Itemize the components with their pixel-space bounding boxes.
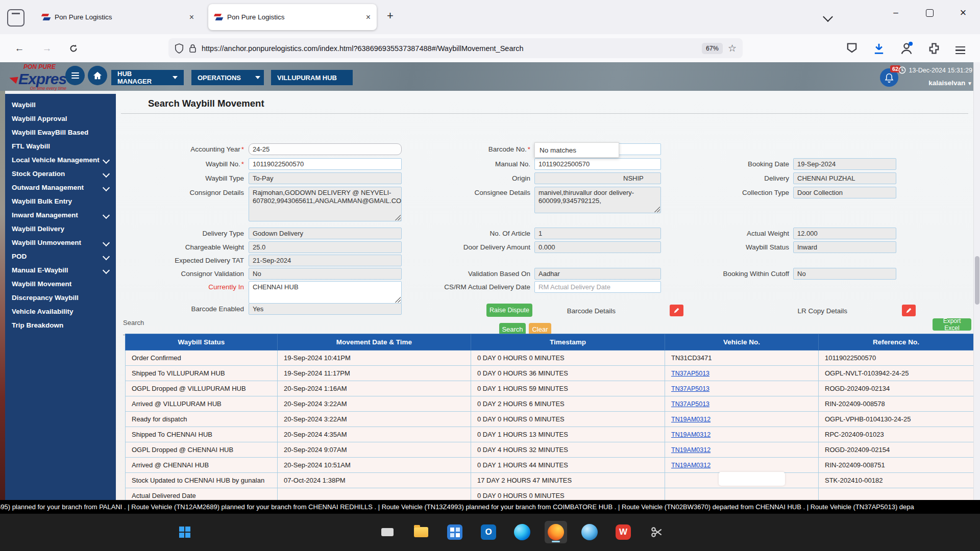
field-label: Consignor Details	[96, 187, 244, 198]
waybill-status-input	[793, 241, 896, 253]
user-menu[interactable]: kalaiselvan ▼	[928, 79, 972, 87]
new-tab-button[interactable]: +	[387, 9, 394, 22]
sidebar-item-discrepancy-waybill[interactable]: Discrepancy Waybill	[5, 291, 116, 305]
taskbar-app-firefox-active[interactable]	[545, 521, 567, 543]
window-close-button[interactable]: ×	[948, 0, 978, 26]
address-bar[interactable]: https://anchor.ponpurelogistics.com/inde…	[168, 38, 743, 58]
table-row: Arrived @ CHENNAI HUB20-Sep-2024 10:51AM…	[126, 458, 974, 473]
extensions-puzzle-icon[interactable]	[927, 41, 941, 56]
firefox-view-icon[interactable]	[7, 9, 24, 27]
barcode-details-edit-button[interactable]	[670, 305, 683, 316]
notifications-button[interactable]: 62	[880, 68, 898, 87]
vehicle-link[interactable]: TN37AP5013	[665, 396, 819, 412]
barcode-enabled-input	[249, 303, 402, 315]
window-minimize-button[interactable]: –	[881, 0, 911, 26]
field-label: Door Delivery Amount	[382, 241, 530, 253]
field-label: Waybill Status	[641, 241, 789, 253]
ponpure-logo: PON PURE Expres On time every time	[9, 63, 66, 91]
back-icon[interactable]: ←	[11, 40, 28, 57]
tab-close-icon[interactable]: ×	[366, 13, 371, 22]
browser-tab-inactive[interactable]: Pon Pure Logistics ×	[36, 4, 200, 30]
sidebar-item-waybill-approval[interactable]: Waybill Approval	[5, 112, 116, 126]
resize-grip[interactable]	[395, 214, 401, 220]
export-excel-button[interactable]: Export Excel	[933, 318, 971, 331]
bookmark-star-icon[interactable]: ☆	[728, 42, 737, 54]
collection-type-input	[793, 187, 896, 198]
taskbar-app-desktop[interactable]	[376, 521, 399, 543]
vehicle-link[interactable]: TN37AP5013	[665, 381, 819, 396]
lr-copy-details-edit-button[interactable]	[902, 305, 916, 316]
cs-rm-actual-delivery-date-input[interactable]	[534, 281, 661, 293]
taskbar-app-wps[interactable]: W	[612, 521, 634, 543]
shield-icon[interactable]	[175, 43, 184, 54]
window-maximize-button[interactable]	[915, 0, 944, 26]
list-tabs-chevron-icon[interactable]	[823, 12, 833, 22]
vehicle-link[interactable]: TN19AM0312	[665, 412, 819, 427]
sidebar-item-inward-management[interactable]: Inward Management	[5, 208, 116, 222]
url-text: https://anchor.ponpurelogistics.com/inde…	[202, 44, 697, 53]
taskbar-app-file-explorer[interactable]	[410, 521, 432, 543]
browser-tab-active[interactable]: Pon Pure Logistics ×	[208, 4, 377, 30]
resize-grip[interactable]	[395, 296, 401, 303]
taskbar-app-browser-blue[interactable]	[578, 521, 601, 543]
col-waybill-status: Waybill Status	[126, 334, 278, 350]
menu-icon[interactable]	[955, 44, 965, 56]
booking-date-input	[793, 158, 896, 170]
downloads-icon[interactable]	[872, 41, 886, 56]
scrollbar-artifact	[719, 472, 785, 486]
reload-icon[interactable]	[65, 40, 82, 57]
pocket-icon[interactable]	[845, 41, 859, 56]
scrollbar-thumb[interactable]	[975, 256, 979, 305]
vehicle-link[interactable]: TN19AM0312	[665, 458, 819, 473]
field-label: Origin	[382, 172, 530, 184]
sidebar-item-trip-breakdown[interactable]: Trip Breakdown	[5, 318, 116, 332]
lr-copy-details-label: LR Copy Details	[699, 305, 847, 317]
resize-grip[interactable]	[654, 206, 660, 212]
sidebar-item-waybill-ewaybill-based[interactable]: Waybill EwayBill Based	[5, 126, 116, 139]
chevron-down-icon	[103, 212, 110, 219]
consignor-details-textarea[interactable]: Rajmohan,GODOWN DELIVERY @ NEYVELI-60780…	[249, 187, 402, 221]
tab-close-icon[interactable]: ×	[189, 13, 194, 22]
vehicle-link[interactable]: TN37AP5013	[665, 366, 819, 381]
zoom-indicator[interactable]: 67%	[702, 43, 723, 54]
app-grid-icon	[447, 524, 462, 540]
hamburger-menu-button[interactable]	[65, 66, 85, 85]
taskbar-app-outlook[interactable]: O	[477, 521, 500, 543]
col-reference-no: Reference No.	[819, 334, 974, 350]
app-header: PON PURE Expres On time every time HUB M…	[0, 62, 980, 91]
accounting-year-input[interactable]	[249, 143, 402, 155]
home-button[interactable]	[88, 66, 107, 85]
news-ticker: 695) planned for your branch from PALANI…	[0, 500, 980, 514]
department-dropdown[interactable]: OPERATIONS	[191, 70, 264, 85]
chargeable-weight-input	[249, 241, 402, 253]
account-icon[interactable]	[899, 41, 914, 56]
outlook-icon: O	[481, 524, 496, 540]
lock-icon[interactable]	[189, 44, 197, 53]
role-dropdown[interactable]: HUB MANAGER	[111, 70, 184, 85]
page-scrollbar[interactable]	[973, 62, 980, 500]
hub-selector[interactable]: VILLUPURAM HUB	[271, 70, 353, 85]
vehicle-link[interactable]: TN19AM0312	[665, 442, 819, 458]
windows-taskbar: 1 Search O	[0, 514, 980, 551]
currently-in-textarea[interactable]: CHENNAI HUB	[249, 281, 402, 304]
taskbar-app-edge[interactable]	[511, 521, 533, 543]
table-row: OGPL Dropped @ VILLUPURAM HUB20-Sep-2024…	[126, 381, 974, 396]
tab-title: Pon Pure Logistics	[227, 13, 361, 21]
delivery-input	[793, 172, 896, 184]
chevron-down-icon	[173, 76, 178, 79]
vehicle-link[interactable]: TN19AM0312	[665, 427, 819, 442]
taskbar-app-snipping-tool[interactable]	[646, 521, 668, 543]
forward-icon[interactable]: →	[39, 40, 55, 57]
field-label: Consignor Validation	[96, 268, 244, 280]
start-button[interactable]	[174, 521, 196, 543]
delivery-type-input	[249, 228, 402, 239]
browser-tab-bar: Pon Pure Logistics × Pon Pure Logistics …	[0, 0, 980, 35]
sidebar-item-waybill[interactable]: Waybill	[5, 98, 116, 112]
taskbar-app-store[interactable]	[444, 521, 466, 543]
field-label: Chargeable Weight	[96, 241, 244, 253]
tab-title: Pon Pure Logistics	[55, 13, 184, 21]
waybill-no-input[interactable]	[249, 158, 402, 170]
table-row: Order Confirmed19-Sep-2024 10:41PM0 DAY …	[126, 350, 974, 366]
table-row: Shipped To VILLUPURAM HUB19-Sep-2024 11:…	[126, 366, 974, 381]
screen: Pon Pure Logistics × Pon Pure Logistics …	[0, 0, 980, 551]
